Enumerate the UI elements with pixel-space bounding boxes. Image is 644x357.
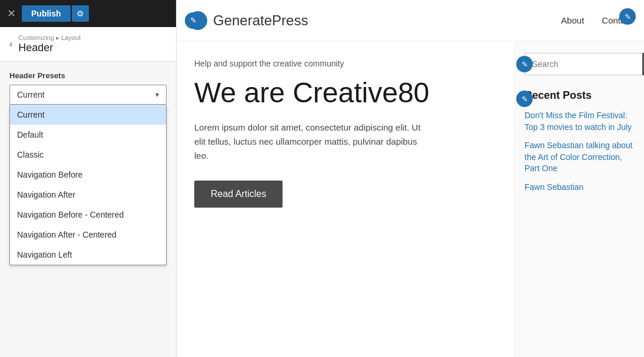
logo-edit-icon[interactable]: ✎ [185, 12, 201, 29]
sidebar: ✎ 🔍 ✎ Recent Posts Don't Miss the Film F… [514, 41, 644, 357]
site-header: ✎ ✎ GeneratePress About Contact ✎ [177, 0, 644, 41]
recent-posts-edit-icon[interactable]: ✎ [516, 91, 533, 107]
panel-title: Header [18, 42, 81, 54]
dropdown-item-classic[interactable]: Classic [10, 145, 166, 165]
nav-item-about[interactable]: About [561, 15, 584, 25]
publish-button[interactable]: Publish [22, 5, 71, 22]
dropdown-item-nav-left[interactable]: Navigation Left [10, 245, 166, 265]
recent-posts-section: ✎ Recent Posts Don't Miss the Film Festi… [525, 89, 635, 193]
post-link-3[interactable]: Fawn Sebastian [525, 182, 635, 193]
top-bar: ✕ Publish ⚙ [0, 0, 176, 27]
read-articles-button[interactable]: Read Articles [194, 181, 283, 208]
panel-content: Header Presets Current ▾ Current Default… [0, 62, 176, 357]
content-area: Help and support the creative community … [177, 41, 514, 357]
site-logo-area: ✎ GeneratePress [188, 11, 308, 30]
search-widget: ✎ 🔍 [525, 53, 635, 75]
main-content: Help and support the creative community … [177, 41, 644, 357]
dropdown-item-default[interactable]: Default [10, 125, 166, 145]
close-button[interactable]: ✕ [7, 8, 16, 19]
hero-title: We are Creative80 [194, 78, 497, 109]
dropdown-item-nav-before[interactable]: Navigation Before [10, 165, 166, 185]
dropdown-menu: Current Default Classic Navigation Befor… [9, 105, 167, 265]
site-name: GeneratePress [213, 12, 308, 29]
gear-button[interactable]: ⚙ [72, 5, 89, 22]
body-text: Lorem ipsum dolor sit amet, consectetur … [194, 121, 430, 163]
dropdown-item-nav-after-centered[interactable]: Navigation After - Centered [10, 225, 166, 245]
dropdown-item-nav-after[interactable]: Navigation After [10, 185, 166, 205]
site-preview: ✎ ✎ GeneratePress About Contact ✎ Help a… [177, 0, 644, 357]
publish-group: Publish ⚙ [22, 5, 89, 22]
select-wrapper: Current ▾ Current Default Classic Naviga… [9, 85, 167, 105]
search-edit-icon[interactable]: ✎ [516, 56, 533, 72]
dropdown-item-nav-before-centered[interactable]: Navigation Before - Centered [10, 205, 166, 225]
customizer-panel: ✕ Publish ⚙ ‹ Customizing ▸ Layout Heade… [0, 0, 177, 357]
chevron-down-icon: ▾ [155, 91, 159, 99]
dropdown-item-current[interactable]: Current [10, 105, 166, 125]
search-input[interactable] [525, 53, 642, 75]
post-link-1[interactable]: Don't Miss the Film Festival: Top 3 movi… [525, 110, 635, 133]
header-edit-icon[interactable]: ✎ [619, 8, 636, 25]
header-presets-select[interactable]: Current ▾ [9, 85, 167, 105]
breadcrumb: Customizing ▸ Layout [18, 34, 81, 42]
back-button[interactable]: ‹ [9, 39, 12, 49]
select-value: Current [17, 90, 45, 99]
post-link-2[interactable]: Fawn Sebastian talking about the Art of … [525, 140, 635, 175]
back-bar: ‹ Customizing ▸ Layout Header [0, 27, 176, 62]
section-label: Header Presets [9, 71, 167, 80]
breadcrumb-area: Customizing ▸ Layout Header [18, 34, 81, 54]
recent-posts-title: Recent Posts [525, 89, 635, 102]
search-box: 🔍 [525, 53, 635, 75]
helper-text: Help and support the creative community [194, 59, 497, 68]
